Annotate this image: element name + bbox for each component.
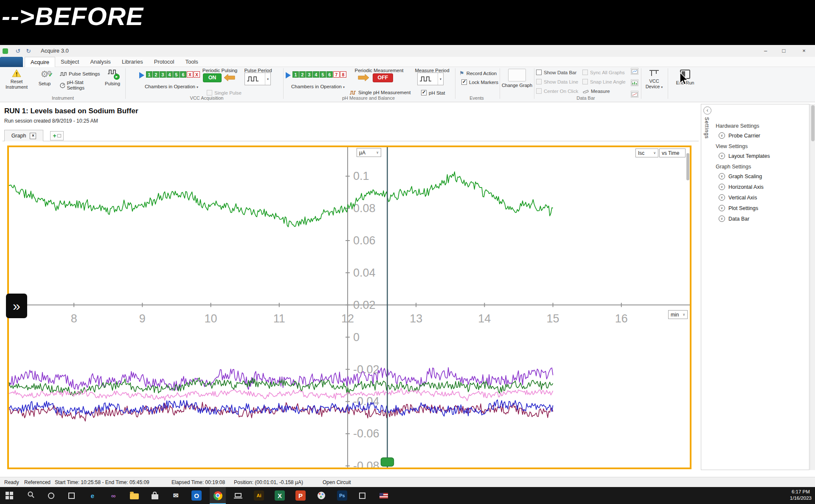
periodic-measurement-toggle[interactable]: OFF xyxy=(373,73,393,82)
databar-option-measure[interactable]: Measure xyxy=(582,87,626,95)
close-tab-icon[interactable]: × xyxy=(30,133,36,139)
ph-chamber-6[interactable]: 6 xyxy=(326,71,333,78)
menu-tab-analysis[interactable]: Analysis xyxy=(84,57,116,67)
graph-scrollbar[interactable] xyxy=(686,153,689,180)
vcc-chambers-select[interactable]: Chambers in Operation▾ xyxy=(142,84,201,89)
taskbar-task-view-button[interactable] xyxy=(63,487,79,504)
data-cursor-handle[interactable] xyxy=(381,458,393,466)
settings-item-data-bar[interactable]: ∨Data Bar xyxy=(719,215,806,222)
taskbar-chrome-button[interactable] xyxy=(210,487,226,504)
close-button[interactable]: × xyxy=(793,45,815,57)
databar-option-center-on-click[interactable]: Center On Click xyxy=(536,87,578,95)
databar-option-show-data-line[interactable]: Show Data Line xyxy=(536,78,578,85)
single-pulse-button[interactable]: Single Pulse xyxy=(207,90,242,95)
redo-icon[interactable]: ↻ xyxy=(24,47,33,55)
ph-chamber-3[interactable]: 3 xyxy=(306,71,312,78)
file-menu-button[interactable] xyxy=(0,57,23,67)
scrollbar-thumb[interactable] xyxy=(811,105,815,141)
vcc-chamber-5[interactable]: 5 xyxy=(173,71,180,78)
taskbar-outlook-button[interactable]: O xyxy=(188,487,205,504)
measure-period-select[interactable]: ▾ xyxy=(417,73,444,85)
collapse-settings-button[interactable]: ‹ xyxy=(703,106,711,115)
pulsing-button[interactable]: ▶ Pulsing xyxy=(101,67,124,95)
taskbar-file-explorer-button[interactable] xyxy=(126,487,142,504)
taskbar-region-flag-button[interactable] xyxy=(376,487,392,504)
undo-icon[interactable]: ↺ xyxy=(14,47,22,55)
ph-chamber-1[interactable]: 1 xyxy=(292,71,299,78)
taskbar-mail-button[interactable]: ✉ xyxy=(168,487,184,504)
menu-tab-acquire[interactable]: Acquire xyxy=(25,57,55,67)
change-graph-button[interactable]: Change Graph xyxy=(501,67,533,95)
pulse-period-select[interactable]: ▾ xyxy=(244,73,271,85)
window-scrollbar[interactable] xyxy=(810,104,815,470)
minimize-button[interactable]: – xyxy=(756,45,775,57)
ph-run-icon[interactable] xyxy=(285,72,291,79)
menu-tab-protocol[interactable]: Protocol xyxy=(149,57,180,67)
vcc-chamber-4[interactable]: 4 xyxy=(166,71,173,78)
ph-stat-checkbox-row[interactable]: pH Stat xyxy=(421,90,445,95)
measure-direction-arrow-icon[interactable] xyxy=(358,74,369,81)
signal-select[interactable]: Isc∨ xyxy=(635,148,658,157)
ph-chambers-select[interactable]: Chambers in Operation▾ xyxy=(288,84,348,89)
menu-tab-subject[interactable]: Subject xyxy=(55,57,84,67)
lock-markers-checkbox[interactable] xyxy=(461,79,467,85)
ph-chamber-8[interactable]: 8 xyxy=(340,71,346,78)
databar-option-show-data-bar[interactable]: Show Data Bar xyxy=(536,69,578,76)
vcc-chamber-x[interactable]: X xyxy=(187,71,193,78)
vcc-device-button[interactable]: VCC Device▾ xyxy=(642,67,666,95)
graph-tab[interactable]: Graph × xyxy=(4,130,43,141)
taskbar-task-manager-button[interactable] xyxy=(354,487,370,504)
settings-item-probe-carrier[interactable]: ∨Probe Carrier xyxy=(719,132,806,139)
vcc-run-icon[interactable] xyxy=(139,72,145,79)
settings-tab-label[interactable]: Settings xyxy=(704,117,710,139)
periodic-pulsing-toggle[interactable]: ON xyxy=(203,73,222,82)
taskbar-clock[interactable]: 6:17 PM 1/16/2023 xyxy=(790,489,812,501)
reset-instrument-button[interactable]: Reset Instrument xyxy=(3,67,31,95)
taskbar-photoshop-button[interactable]: Ps xyxy=(334,487,350,504)
pulse-settings-button[interactable]: Pulse Settings xyxy=(59,70,100,78)
settings-item-layout-templates[interactable]: ∨Layout Templates xyxy=(719,152,806,160)
taskbar-paint-button[interactable] xyxy=(313,487,329,504)
single-ph-measurement-button[interactable]: Single pH Measurement xyxy=(349,90,410,95)
graph-canvas[interactable]: 89101112131415160.10.080.060.040.020-0.0… xyxy=(7,146,691,469)
menu-tab-libraries[interactable]: Libraries xyxy=(116,57,149,67)
settings-item-vertical-axis[interactable]: ∨Vertical Axis xyxy=(719,194,806,201)
vcc-chamber-1[interactable]: 1 xyxy=(146,71,152,78)
menu-tab-tools[interactable]: Tools xyxy=(180,57,203,67)
settings-item-graph-scaling[interactable]: ∨Graph Scaling xyxy=(719,173,806,180)
settings-item-horizontal-axis[interactable]: ∨Horizontal Axis xyxy=(719,183,806,190)
expand-panel-handle[interactable]: » xyxy=(6,294,27,318)
ph-chamber-2[interactable]: 2 xyxy=(299,71,306,78)
x-unit-select[interactable]: min∨ xyxy=(668,310,688,319)
taskbar-cortana-button[interactable] xyxy=(43,487,59,504)
taskbar-start-button[interactable] xyxy=(1,487,17,504)
chart[interactable]: 89101112131415160.10.080.060.040.020-0.0… xyxy=(9,147,690,468)
ph-chamber-4[interactable]: 4 xyxy=(313,71,319,78)
databar-option-sync-all-graphs[interactable]: Sync All Graphs xyxy=(582,69,626,76)
maximize-button[interactable]: □ xyxy=(775,45,793,57)
lock-markers-checkbox-row[interactable]: Lock Markers xyxy=(461,79,498,85)
vcc-chamber-3[interactable]: 3 xyxy=(160,71,166,78)
vcc-chamber-2[interactable]: 2 xyxy=(153,71,159,78)
y-unit-select[interactable]: µA∨ xyxy=(357,148,381,157)
ph-chamber-7[interactable]: 7 xyxy=(333,71,340,78)
vcc-chamber-6[interactable]: 6 xyxy=(180,71,186,78)
taskbar-edge-button[interactable]: e xyxy=(84,487,101,504)
taskbar-excel-button[interactable]: X xyxy=(272,487,288,504)
taskbar-visual-studio-button[interactable]: ∞ xyxy=(105,487,121,504)
add-graph-button[interactable]: + xyxy=(50,131,64,140)
taskbar-powerpoint-button[interactable]: P xyxy=(292,487,309,504)
taskbar-illustrator-button[interactable]: Ai xyxy=(251,487,267,504)
taskbar-device-button[interactable] xyxy=(230,487,246,504)
databar-tool-icon-3[interactable] xyxy=(631,91,638,98)
ph-stat-checkbox[interactable] xyxy=(421,90,427,95)
taskbar-search-button[interactable] xyxy=(23,487,39,504)
pulse-direction-arrow-icon[interactable] xyxy=(224,74,235,81)
ph-chamber-5[interactable]: 5 xyxy=(320,71,326,78)
ph-stat-settings-button[interactable]: pH-Stat Settings xyxy=(59,79,98,92)
setup-button[interactable]: ⚙⚙✓ Setup xyxy=(33,67,56,95)
taskbar-microsoft-store-button[interactable] xyxy=(147,487,163,504)
databar-option-snap-line-angle[interactable]: Snap Line Angle xyxy=(582,78,626,85)
databar-tool-icon-1[interactable] xyxy=(631,68,638,75)
record-action-button[interactable]: ⚑ Record Action xyxy=(459,70,497,76)
